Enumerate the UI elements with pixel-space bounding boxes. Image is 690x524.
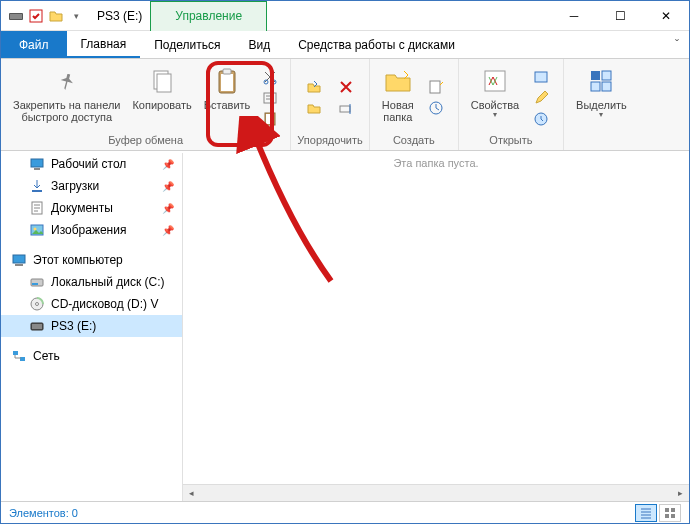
document-icon [29, 200, 45, 216]
svg-rect-6 [221, 74, 233, 91]
pin-icon [51, 65, 83, 97]
svg-rect-14 [430, 81, 440, 93]
qat-properties-icon[interactable] [27, 7, 45, 25]
pin-quickaccess-button[interactable]: Закрепить на панели быстрого доступа [7, 61, 126, 134]
sidebar-item-downloads[interactable]: Загрузки 📌 [1, 175, 182, 197]
sidebar-label: CD-дисковод (D:) V [51, 297, 158, 311]
tab-drive-tools[interactable]: Средства работы с дисками [284, 31, 469, 58]
delete-button[interactable] [334, 77, 358, 97]
properties-icon [479, 65, 511, 97]
open-icon [533, 69, 549, 85]
view-details-button[interactable] [635, 504, 657, 522]
scroll-right-icon[interactable]: ▸ [672, 485, 689, 502]
copy-path-button[interactable] [258, 88, 282, 108]
pin-icon: 📌 [162, 203, 174, 214]
svg-point-34 [36, 303, 39, 306]
pin-icon: 📌 [162, 159, 174, 170]
svg-rect-42 [671, 514, 675, 518]
easy-access-button[interactable] [424, 98, 448, 118]
svg-rect-29 [13, 255, 25, 263]
svg-rect-22 [602, 82, 611, 91]
svg-rect-32 [32, 283, 38, 285]
network-icon [11, 348, 27, 364]
svg-rect-24 [34, 168, 40, 170]
statusbar: Элементов: 0 [1, 501, 689, 523]
open-group-label: Открыть [489, 134, 532, 148]
tab-home[interactable]: Главная [67, 31, 141, 58]
cut-icon [262, 69, 278, 85]
qat-folder-icon[interactable] [47, 7, 65, 25]
sidebar-item-desktop[interactable]: Рабочий стол 📌 [1, 153, 182, 175]
minimize-button[interactable]: ─ [551, 1, 597, 31]
titlebar: ▾ PS3 (E:) Управление ─ ☐ ✕ [1, 1, 689, 31]
qat-dropdown-icon[interactable]: ▾ [67, 7, 85, 25]
svg-rect-4 [157, 74, 171, 92]
usb-icon [29, 318, 45, 334]
open-button[interactable] [529, 67, 553, 87]
move-to-button[interactable] [302, 77, 326, 97]
rename-icon [338, 100, 354, 116]
sidebar-label: PS3 (E:) [51, 319, 96, 333]
easyaccess-icon [428, 100, 444, 116]
window-controls: ─ ☐ ✕ [551, 1, 689, 31]
ribbon-collapse-icon[interactable]: ˇ [665, 31, 689, 58]
pin-icon: 📌 [162, 181, 174, 192]
desktop-icon [29, 156, 45, 172]
copy-label: Копировать [132, 99, 191, 111]
svg-rect-37 [13, 351, 18, 355]
sidebar-label: Загрузки [51, 179, 99, 193]
sidebar-label: Документы [51, 201, 113, 215]
edit-button[interactable] [529, 88, 553, 108]
tab-share[interactable]: Поделиться [140, 31, 234, 58]
svg-rect-23 [31, 159, 43, 167]
ribbon: Закрепить на панели быстрого доступа Коп… [1, 59, 689, 151]
sidebar-item-pictures[interactable]: Изображения 📌 [1, 219, 182, 241]
new-item-button[interactable] [424, 77, 448, 97]
sidebar-label: Этот компьютер [33, 253, 123, 267]
pin-icon: 📌 [162, 225, 174, 236]
sidebar-drive-c[interactable]: Локальный диск (C:) [1, 271, 182, 293]
svg-rect-1 [10, 14, 22, 19]
newitem-icon [428, 79, 444, 95]
view-icons-button[interactable] [659, 504, 681, 522]
horizontal-scrollbar[interactable]: ◂ ▸ [183, 484, 689, 501]
chevron-down-icon: ▾ [599, 111, 603, 120]
edit-icon [533, 90, 549, 106]
paste-button[interactable]: Вставить [198, 61, 257, 134]
navigation-sidebar: Рабочий стол 📌 Загрузки 📌 Документы 📌 Из… [1, 153, 183, 501]
copy-button[interactable]: Копировать [126, 61, 197, 134]
new-folder-button[interactable]: Новая папка [376, 61, 420, 134]
close-button[interactable]: ✕ [643, 1, 689, 31]
rename-button[interactable] [334, 98, 358, 118]
svg-rect-30 [15, 264, 23, 266]
manage-tab[interactable]: Управление [150, 1, 267, 31]
svg-rect-10 [264, 93, 276, 103]
sidebar-label: Изображения [51, 223, 126, 237]
pin-label: Закрепить на панели быстрого доступа [13, 99, 120, 123]
tab-view[interactable]: Вид [234, 31, 284, 58]
download-icon [29, 178, 45, 194]
history-button[interactable] [529, 109, 553, 129]
svg-rect-12 [266, 114, 274, 124]
select-button[interactable]: Выделить ▾ [570, 61, 633, 134]
sidebar-drive-e[interactable]: PS3 (E:) [1, 315, 182, 337]
sidebar-drive-d[interactable]: CD-дисковод (D:) V [1, 293, 182, 315]
svg-rect-39 [665, 508, 669, 512]
svg-rect-36 [32, 324, 42, 329]
maximize-button[interactable]: ☐ [597, 1, 643, 31]
sidebar-item-documents[interactable]: Документы 📌 [1, 197, 182, 219]
empty-folder-text: Эта папка пуста. [393, 157, 478, 169]
content-area[interactable]: Эта папка пуста. ◂ ▸ [183, 153, 689, 501]
create-group-label: Создать [393, 134, 435, 148]
cut-button[interactable] [258, 67, 282, 87]
properties-button[interactable]: Свойства ▾ [465, 61, 525, 134]
svg-rect-7 [223, 69, 231, 74]
scroll-left-icon[interactable]: ◂ [183, 485, 200, 502]
file-menu[interactable]: Файл [1, 31, 67, 58]
paste-shortcut-button[interactable] [258, 109, 282, 129]
menubar: Файл Главная Поделиться Вид Средства раб… [1, 31, 689, 59]
svg-rect-40 [671, 508, 675, 512]
sidebar-network[interactable]: Сеть [1, 345, 182, 367]
copy-to-button[interactable] [302, 98, 326, 118]
sidebar-this-pc[interactable]: Этот компьютер [1, 249, 182, 271]
